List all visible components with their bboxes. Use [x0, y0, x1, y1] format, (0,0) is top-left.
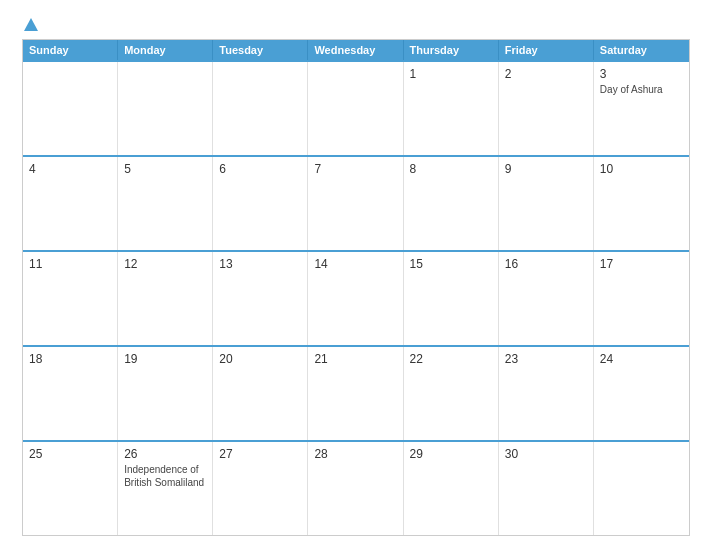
calendar-week-4: 18192021222324 [23, 345, 689, 440]
calendar-cell: 30 [499, 442, 594, 535]
day-number: 22 [410, 352, 492, 366]
day-number: 24 [600, 352, 683, 366]
calendar-cell: 25 [23, 442, 118, 535]
calendar-cell: 6 [213, 157, 308, 250]
calendar-cell: 27 [213, 442, 308, 535]
day-number: 17 [600, 257, 683, 271]
day-number: 28 [314, 447, 396, 461]
day-number: 4 [29, 162, 111, 176]
day-number: 30 [505, 447, 587, 461]
calendar: SundayMondayTuesdayWednesdayThursdayFrid… [22, 39, 690, 536]
calendar-cell: 9 [499, 157, 594, 250]
day-event: Day of Ashura [600, 83, 683, 96]
calendar-cell [594, 442, 689, 535]
calendar-cell: 8 [404, 157, 499, 250]
calendar-week-1: 123Day of Ashura [23, 60, 689, 155]
header-cell-monday: Monday [118, 40, 213, 60]
day-number: 20 [219, 352, 301, 366]
calendar-header: SundayMondayTuesdayWednesdayThursdayFrid… [23, 40, 689, 60]
header-cell-thursday: Thursday [404, 40, 499, 60]
day-number: 10 [600, 162, 683, 176]
calendar-cell: 13 [213, 252, 308, 345]
calendar-week-5: 2526Independence of British Somaliland27… [23, 440, 689, 535]
day-number: 12 [124, 257, 206, 271]
day-number: 14 [314, 257, 396, 271]
header-cell-saturday: Saturday [594, 40, 689, 60]
calendar-cell: 24 [594, 347, 689, 440]
page: SundayMondayTuesdayWednesdayThursdayFrid… [0, 0, 712, 550]
calendar-cell: 11 [23, 252, 118, 345]
day-number: 18 [29, 352, 111, 366]
calendar-cell: 26Independence of British Somaliland [118, 442, 213, 535]
calendar-cell: 4 [23, 157, 118, 250]
header-cell-wednesday: Wednesday [308, 40, 403, 60]
logo [22, 18, 38, 29]
calendar-cell: 18 [23, 347, 118, 440]
calendar-cell: 10 [594, 157, 689, 250]
day-number: 23 [505, 352, 587, 366]
calendar-cell [213, 62, 308, 155]
calendar-cell [308, 62, 403, 155]
logo-wrapper [22, 18, 38, 29]
calendar-cell: 23 [499, 347, 594, 440]
day-number: 15 [410, 257, 492, 271]
day-number: 29 [410, 447, 492, 461]
calendar-cell: 17 [594, 252, 689, 345]
day-number: 27 [219, 447, 301, 461]
day-number: 8 [410, 162, 492, 176]
calendar-week-2: 45678910 [23, 155, 689, 250]
day-number: 2 [505, 67, 587, 81]
header-cell-sunday: Sunday [23, 40, 118, 60]
day-number: 5 [124, 162, 206, 176]
calendar-cell: 2 [499, 62, 594, 155]
calendar-cell: 14 [308, 252, 403, 345]
calendar-cell: 21 [308, 347, 403, 440]
calendar-cell: 7 [308, 157, 403, 250]
day-number: 16 [505, 257, 587, 271]
calendar-cell: 1 [404, 62, 499, 155]
calendar-cell: 19 [118, 347, 213, 440]
day-number: 21 [314, 352, 396, 366]
calendar-body: 123Day of Ashura456789101112131415161718… [23, 60, 689, 535]
day-number: 7 [314, 162, 396, 176]
day-number: 19 [124, 352, 206, 366]
header [22, 18, 690, 29]
calendar-cell: 16 [499, 252, 594, 345]
logo-triangle-icon [24, 18, 38, 31]
day-number: 25 [29, 447, 111, 461]
calendar-cell: 29 [404, 442, 499, 535]
calendar-cell: 20 [213, 347, 308, 440]
day-number: 9 [505, 162, 587, 176]
calendar-cell: 3Day of Ashura [594, 62, 689, 155]
day-number: 3 [600, 67, 683, 81]
header-cell-tuesday: Tuesday [213, 40, 308, 60]
calendar-cell: 28 [308, 442, 403, 535]
calendar-cell: 5 [118, 157, 213, 250]
day-number: 26 [124, 447, 206, 461]
calendar-cell: 22 [404, 347, 499, 440]
logo-row1 [22, 18, 38, 31]
day-number: 13 [219, 257, 301, 271]
header-cell-friday: Friday [499, 40, 594, 60]
day-number: 11 [29, 257, 111, 271]
day-number: 6 [219, 162, 301, 176]
calendar-week-3: 11121314151617 [23, 250, 689, 345]
calendar-cell [23, 62, 118, 155]
day-event: Independence of British Somaliland [124, 463, 206, 489]
day-number: 1 [410, 67, 492, 81]
calendar-cell [118, 62, 213, 155]
calendar-cell: 15 [404, 252, 499, 345]
calendar-cell: 12 [118, 252, 213, 345]
